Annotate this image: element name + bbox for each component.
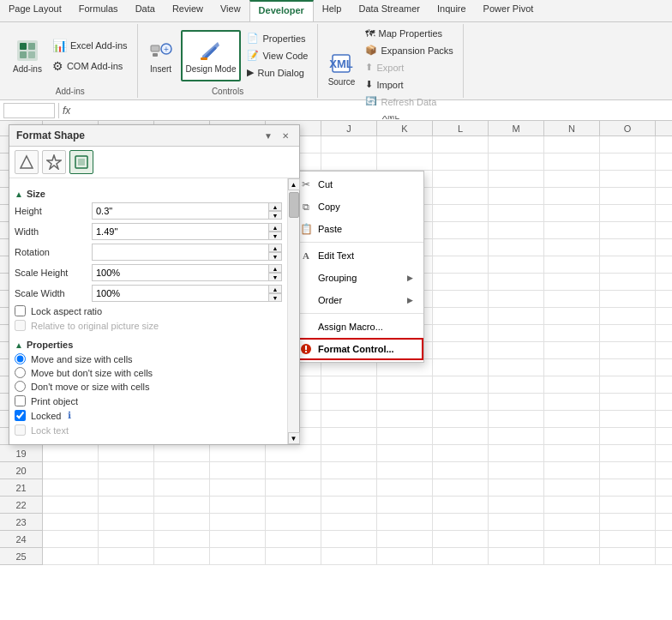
- grid-cell[interactable]: [377, 479, 433, 497]
- grid-cell[interactable]: [600, 548, 656, 565]
- grid-cell[interactable]: [433, 239, 489, 256]
- grid-cell[interactable]: [321, 136, 377, 153]
- grid-cell[interactable]: [433, 171, 489, 188]
- grid-cell[interactable]: [433, 394, 489, 411]
- grid-cell[interactable]: [600, 445, 656, 462]
- scale-height-input[interactable]: [92, 264, 282, 281]
- grid-cell[interactable]: [433, 479, 489, 497]
- grid-cell[interactable]: [489, 291, 544, 308]
- print-object-checkbox[interactable]: [15, 395, 26, 406]
- grid-cell[interactable]: [600, 428, 656, 445]
- grid-cell[interactable]: [544, 497, 600, 514]
- lock-text-checkbox[interactable]: [15, 424, 26, 436]
- grid-cell[interactable]: [600, 188, 656, 205]
- grid-cell[interactable]: [489, 153, 544, 171]
- grid-cell[interactable]: [377, 153, 433, 171]
- grid-cell[interactable]: [433, 222, 489, 239]
- grid-cell[interactable]: [43, 462, 99, 479]
- rotation-spin-up[interactable]: ▲: [268, 244, 282, 252]
- grid-cell[interactable]: [544, 274, 600, 291]
- grid-cell[interactable]: [656, 171, 672, 188]
- rotation-input[interactable]: [92, 244, 282, 261]
- grid-cell[interactable]: [544, 445, 600, 462]
- grid-cell[interactable]: [656, 428, 672, 445]
- grid-cell[interactable]: [377, 462, 433, 479]
- grid-cell[interactable]: [433, 359, 489, 376]
- grid-cell[interactable]: [321, 479, 377, 497]
- grid-cell[interactable]: [321, 514, 377, 531]
- grid-cell[interactable]: [321, 153, 377, 171]
- grid-cell[interactable]: [600, 308, 656, 325]
- grid-cell[interactable]: [656, 256, 672, 274]
- grid-cell[interactable]: [544, 479, 600, 497]
- grid-cell[interactable]: [433, 205, 489, 222]
- grid-cell[interactable]: [489, 548, 544, 565]
- grid-cell[interactable]: [377, 497, 433, 514]
- rotation-spin-down[interactable]: ▼: [268, 252, 282, 261]
- grid-cell[interactable]: [489, 308, 544, 325]
- grid-cell[interactable]: [210, 479, 266, 497]
- radio-move-size[interactable]: [15, 353, 26, 364]
- grid-cell[interactable]: [489, 394, 544, 411]
- grid-cell[interactable]: [321, 548, 377, 565]
- source-button[interactable]: XML Source: [323, 42, 359, 93]
- grid-cell[interactable]: [377, 136, 433, 153]
- expansion-packs-button[interactable]: 📦 Expansion Packs: [361, 42, 457, 58]
- grid-cell[interactable]: [489, 171, 544, 188]
- design-mode-button[interactable]: Design Mode: [181, 30, 242, 81]
- grid-cell[interactable]: [321, 394, 377, 411]
- add-ins-button[interactable]: Add-ins: [9, 30, 46, 81]
- grid-cell[interactable]: [43, 548, 99, 565]
- grid-cell[interactable]: [600, 411, 656, 428]
- panel-close-button[interactable]: ✕: [279, 129, 292, 142]
- grid-cell[interactable]: [600, 274, 656, 291]
- grid-cell[interactable]: [321, 411, 377, 428]
- grid-cell[interactable]: [489, 205, 544, 222]
- grid-cell[interactable]: [656, 445, 672, 462]
- grid-cell[interactable]: [544, 359, 600, 376]
- ctx-edit-text[interactable]: A Edit Text: [292, 244, 423, 267]
- tab-formulas[interactable]: Formulas: [70, 0, 127, 21]
- grid-cell[interactable]: [377, 428, 433, 445]
- tab-data-streamer[interactable]: Data Streamer: [350, 0, 429, 21]
- grid-cell[interactable]: [99, 531, 154, 548]
- grid-cell[interactable]: [43, 531, 99, 548]
- grid-cell[interactable]: [99, 445, 154, 462]
- grid-cell[interactable]: [210, 548, 266, 565]
- grid-cell[interactable]: [321, 497, 377, 514]
- grid-cell[interactable]: [656, 308, 672, 325]
- grid-cell[interactable]: [600, 205, 656, 222]
- run-dialog-button[interactable]: ▶ Run Dialog: [243, 64, 312, 81]
- tab-review[interactable]: Review: [164, 0, 212, 21]
- grid-cell[interactable]: [377, 445, 433, 462]
- grid-cell[interactable]: [544, 428, 600, 445]
- grid-cell[interactable]: [154, 445, 210, 462]
- grid-cell[interactable]: [377, 531, 433, 548]
- grid-cell[interactable]: [154, 514, 210, 531]
- ctx-copy[interactable]: ⧉ Copy: [292, 196, 423, 218]
- grid-cell[interactable]: [600, 136, 656, 153]
- grid-cell[interactable]: [321, 376, 377, 394]
- grid-cell[interactable]: [489, 136, 544, 153]
- grid-cell[interactable]: [433, 274, 489, 291]
- grid-cell[interactable]: [433, 376, 489, 394]
- grid-cell[interactable]: [544, 136, 600, 153]
- grid-cell[interactable]: [210, 497, 266, 514]
- grid-cell[interactable]: [656, 136, 672, 153]
- size-section-header[interactable]: ▲ Size: [15, 189, 282, 199]
- grid-cell[interactable]: [656, 359, 672, 376]
- insert-button[interactable]: + Insert: [143, 30, 179, 81]
- grid-cell[interactable]: [489, 479, 544, 497]
- grid-cell[interactable]: [210, 462, 266, 479]
- grid-cell[interactable]: [544, 548, 600, 565]
- panel-tab-size[interactable]: [69, 150, 93, 174]
- grid-cell[interactable]: [433, 428, 489, 445]
- com-addins-button[interactable]: ⚙ COM Add-ins: [48, 57, 132, 75]
- grid-cell[interactable]: [321, 462, 377, 479]
- grid-cell[interactable]: [489, 188, 544, 205]
- grid-cell[interactable]: [321, 531, 377, 548]
- grid-cell[interactable]: [600, 222, 656, 239]
- grid-cell[interactable]: [377, 411, 433, 428]
- tab-developer[interactable]: Developer: [249, 0, 314, 21]
- lock-aspect-checkbox[interactable]: [15, 305, 26, 316]
